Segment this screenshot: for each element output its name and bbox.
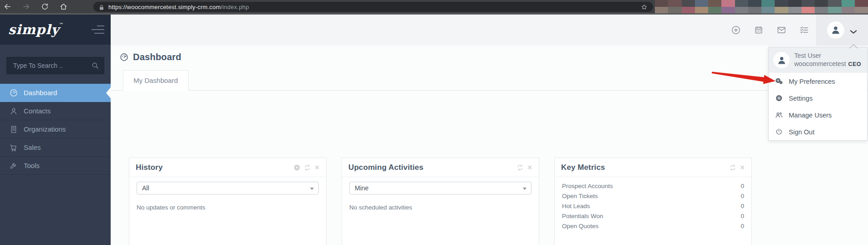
select-caret-icon	[310, 188, 314, 190]
plus-circle-icon[interactable]	[731, 25, 741, 35]
sidebar-item-contacts[interactable]: Contacts	[0, 102, 111, 120]
browser-chrome: https://woocommercetest.simply-crm.com/i…	[0, 0, 868, 15]
sidebar-item-label: Sales	[24, 143, 41, 151]
url-text: https://woocommercetest.simply-crm.com/i…	[108, 4, 249, 10]
menu-item-label: Sign Out	[789, 128, 814, 136]
history-filter-select[interactable]: All	[137, 182, 319, 194]
search-icon[interactable]	[91, 61, 99, 70]
metric-row[interactable]: Open Tickets0	[562, 191, 744, 201]
sidebar-item-label: Dashboard	[24, 89, 57, 97]
metrics-list: Prospect Accounts0 Open Tickets0 Hot Lea…	[555, 177, 751, 231]
close-icon[interactable]: ✕	[740, 164, 745, 171]
metric-value: 0	[740, 213, 744, 219]
user-avatar	[773, 52, 790, 68]
widget-title: Upcoming Activities	[348, 163, 424, 172]
logo-band: simply™	[0, 15, 111, 45]
refresh-icon[interactable]	[516, 164, 524, 171]
checklist-icon[interactable]	[799, 25, 809, 35]
home-icon[interactable]	[60, 3, 67, 10]
refresh-icon[interactable]	[304, 164, 311, 171]
gauge-icon	[9, 88, 18, 97]
metric-row[interactable]: Open Quotes0	[562, 221, 744, 231]
tab-my-dashboard[interactable]: My Dashboard	[123, 70, 189, 91]
menu-item-label: Manage Users	[789, 112, 832, 119]
menu-item-settings[interactable]: Settings	[769, 90, 867, 107]
sidebar-item-label: Contacts	[24, 107, 51, 115]
sidebar-item-organizations[interactable]: Organizations	[0, 120, 111, 138]
menu-toggle-icon[interactable]	[91, 25, 104, 35]
widget-title: History	[136, 163, 163, 172]
metric-value: 0	[740, 203, 744, 209]
sidebar-item-sales[interactable]: Sales	[0, 138, 111, 157]
building-icon	[9, 125, 18, 134]
url-path: /index.php	[221, 4, 249, 10]
refresh-icon[interactable]	[729, 164, 736, 171]
selected-value: All	[142, 184, 149, 192]
metric-row[interactable]: Prospect Accounts0	[562, 181, 744, 191]
gear-icon[interactable]	[293, 164, 301, 171]
user-account: woocommercetest	[794, 60, 846, 67]
reload-icon[interactable]	[41, 3, 49, 10]
close-icon[interactable]: ✕	[314, 164, 320, 171]
dashboard-gauge-icon	[119, 52, 129, 62]
metric-value: 0	[740, 193, 744, 199]
gear-icon	[774, 94, 783, 103]
metric-row[interactable]: Hot Leads0	[562, 201, 744, 211]
menu-item-sign-out[interactable]: Sign Out	[769, 123, 867, 140]
url-bar[interactable]: https://woocommercetest.simply-crm.com/i…	[93, 2, 653, 12]
user-dropdown-menu: Test User woocommercetestCEO My Preferen…	[768, 47, 868, 141]
metric-value: 0	[740, 183, 744, 189]
wrench-icon	[9, 161, 18, 170]
widget-key-metrics: Key Metrics ✕ Prospect Accounts0 Open Ti…	[554, 158, 752, 245]
user-menu-button[interactable]	[816, 15, 868, 46]
cart-icon	[9, 143, 18, 152]
user-role-badge: CEO	[848, 61, 861, 67]
user-name: Test User	[794, 52, 861, 60]
user-avatar	[827, 21, 844, 39]
select-caret-icon	[523, 188, 526, 190]
screen: https://woocommercetest.simply-crm.com/i…	[0, 0, 868, 245]
sidebar-item-label: Tools	[24, 162, 40, 169]
lock-icon	[99, 4, 104, 10]
search-input[interactable]	[7, 57, 104, 74]
empty-state-text: No updates or comments	[137, 204, 319, 211]
sidebar-search	[6, 57, 104, 74]
sidebar-item-dashboard[interactable]: Dashboard	[0, 84, 111, 102]
app: simply™ Dashboard Contacts	[0, 15, 868, 245]
menu-item-manage-users[interactable]: Manage Users	[769, 107, 867, 123]
browser-extensions-mosaic	[655, 0, 868, 13]
sidebar: simply™ Dashboard Contacts	[0, 15, 111, 245]
top-header	[111, 15, 868, 46]
close-icon[interactable]: ✕	[527, 164, 532, 171]
person-icon	[9, 107, 18, 116]
metric-row[interactable]: Potentials Won0	[562, 211, 744, 221]
mail-icon[interactable]	[776, 25, 786, 35]
app-logo[interactable]: simply™	[8, 22, 63, 37]
main-area: Dashboard My Dashboard History ✕	[111, 15, 868, 245]
widgets-row: History ✕ All No	[129, 158, 752, 245]
power-icon	[774, 128, 783, 137]
sidebar-item-label: Organizations	[24, 125, 66, 133]
selected-value: Mine	[355, 184, 368, 192]
gears-icon	[774, 77, 783, 86]
sidebar-nav: Dashboard Contacts Organizations Sales T…	[0, 84, 111, 175]
bookmark-star-icon[interactable]	[641, 4, 648, 10]
activities-filter-select[interactable]: Mine	[349, 182, 531, 194]
forward-icon[interactable]	[22, 3, 30, 10]
back-icon[interactable]	[4, 3, 11, 10]
dropdown-caret-icon	[849, 42, 858, 47]
sidebar-item-tools[interactable]: Tools	[0, 157, 111, 175]
widget-title: Key Metrics	[561, 163, 605, 172]
page-title: Dashboard	[133, 52, 181, 62]
calendar-icon[interactable]	[754, 25, 764, 35]
widget-history: History ✕ All No	[129, 158, 327, 245]
menu-item-my-preferences[interactable]: My Preferences	[769, 73, 867, 90]
widget-upcoming-activities: Upcoming Activities ✕ Mine No sche	[342, 158, 539, 245]
user-info: Test User woocommercetestCEO	[769, 47, 867, 73]
chevron-down-icon	[850, 28, 857, 32]
menu-item-label: My Preferences	[789, 78, 835, 85]
menu-item-label: Settings	[789, 95, 812, 102]
metric-value: 0	[740, 223, 744, 230]
page-content: Dashboard My Dashboard History ✕	[111, 46, 868, 91]
tab-bar: My Dashboard	[111, 70, 868, 91]
